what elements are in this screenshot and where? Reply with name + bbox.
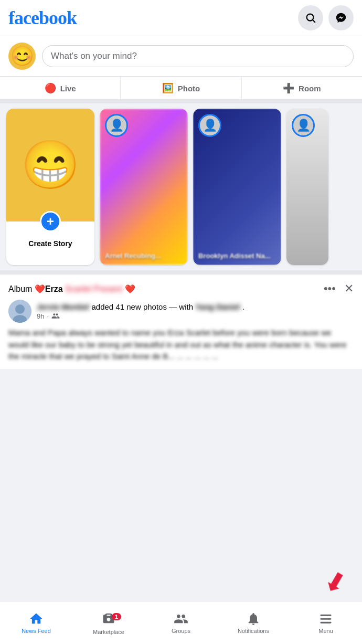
search-icon [305,12,316,24]
live-icon: 🔴 [45,82,56,94]
groups-icon [174,611,188,626]
post-album-info: Album ❤️Erza Scarlet Present ❤️ [8,284,135,294]
post-user-row: Jervie Montiel added 41 new photos — wit… [0,300,362,327]
menu-label: Menu [318,628,333,634]
marketplace-label: Marketplace [93,629,124,635]
svg-rect-5 [321,615,332,616]
story-plus-icon: + [40,211,61,232]
photo-button[interactable]: 🖼️ Photo [120,77,241,99]
header: facebook [0,0,362,36]
feed-post: Album ❤️Erza Scarlet Present ❤️ ••• ✕ Je… [0,275,362,369]
post-user-info: Jervie Montiel added 41 new photos — wit… [37,302,354,320]
messenger-button[interactable] [328,5,354,30]
story-card-3[interactable]: 👤 Brooklyn Adisset Na... [193,109,281,265]
nav-menu[interactable]: Menu [290,607,362,638]
album-heart: ❤️ [125,284,135,293]
post-with-text: with [179,302,195,311]
post-user-avatar [8,300,31,323]
notifications-label: Notifications [238,628,269,634]
news-feed-label: News Feed [22,628,51,634]
svg-rect-6 [321,618,332,620]
menu-icon [318,611,333,626]
post-user-name-line: Jervie Montiel added 41 new photos — wit… [37,302,354,312]
story-card-4[interactable]: 👤 [286,109,328,265]
action-row: 🔴 Live 🖼️ Photo ➕ Room [0,77,362,103]
live-label: Live [60,84,76,93]
search-button[interactable] [298,5,323,30]
friends-icon [51,312,60,320]
facebook-logo: facebook [8,7,77,29]
story-create-bottom: + Create Story [24,221,76,252]
room-label: Room [299,84,321,93]
story-emoji-bg: 😁 [6,109,94,221]
album-prefix: Album [8,284,32,293]
post-user-name: Jervie Montiel [37,302,89,311]
avatar-svg [8,300,31,323]
post-header-actions: ••• ✕ [324,282,354,295]
album-name: ❤️Erza [35,284,65,293]
photo-label: Photo [178,84,200,93]
messenger-icon [335,12,347,24]
post-added-text: added 41 new photos — [92,302,179,311]
story-name-3: Brooklyn Adisset Na... [198,252,276,260]
post-composer: 😊 What's on your mind? [0,36,362,77]
bell-icon [246,611,261,626]
user-avatar: 😊 [8,43,36,70]
room-button[interactable]: ➕ Room [241,77,362,99]
composer-input[interactable]: What's on your mind? [42,45,354,67]
svg-point-3 [15,304,25,314]
post-more-button[interactable]: ••• [324,282,336,295]
create-story-label: Create Story [28,239,72,248]
post-album-line: Album ❤️Erza Scarlet Present ❤️ [8,284,135,294]
story-avatar-2: 👤 [105,114,128,137]
live-button[interactable]: 🔴 Live [0,77,120,99]
groups-label: Groups [172,628,190,634]
post-blurred-surname: Scarlet Present [65,284,122,293]
post-dot-sep: · [47,312,49,320]
post-meta: 9h · [37,312,354,320]
stories-section: 😁 + Create Story 👤 Arnel Recubing... 👤 B… [0,103,362,275]
home-icon [29,611,44,626]
header-icons [298,5,354,30]
post-tagged-name: Yang Daniel [195,302,240,311]
story-avatar-4: 👤 [292,114,315,137]
room-icon: ➕ [283,82,294,94]
create-story-card[interactable]: 😁 + Create Story [6,109,94,265]
post-close-button[interactable]: ✕ [344,282,354,295]
nav-news-feed[interactable]: News Feed [0,607,72,638]
red-arrow-indicator: ⬇ [318,564,352,601]
story-card-2[interactable]: 👤 Arnel Recubing... [100,109,188,265]
photo-icon: 🖼️ [162,82,174,94]
post-body: Mama and Papa always wanted to name you … [0,327,362,369]
nav-notifications[interactable]: Notifications [217,607,290,638]
svg-line-1 [313,20,315,22]
story-name-2: Arnel Recubing... [105,252,183,260]
nav-marketplace[interactable]: 1 Marketplace [72,607,145,639]
marketplace-badge: 1 [112,613,121,620]
svg-rect-7 [321,622,332,624]
post-time: 9h [37,312,44,320]
nav-groups[interactable]: Groups [145,607,217,638]
post-header: Album ❤️Erza Scarlet Present ❤️ ••• ✕ [0,275,362,300]
story-avatar-3: 👤 [198,114,221,137]
bottom-navigation: News Feed 1 Marketplace Groups Notificat… [0,601,362,644]
post-period: . [242,302,244,311]
